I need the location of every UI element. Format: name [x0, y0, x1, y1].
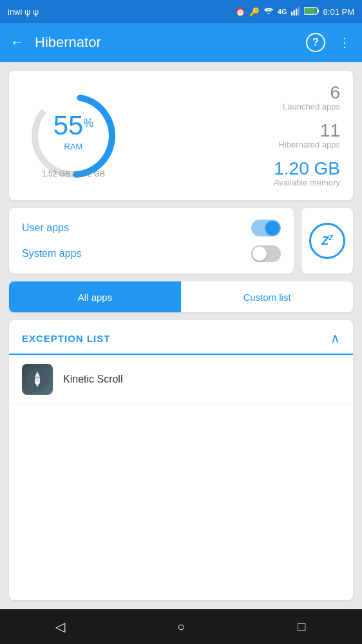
scroll-icon-svg: [26, 368, 49, 391]
exception-card: Exception list ∧ Kinetic Scroll: [9, 320, 353, 600]
ram-percent-value: 55: [53, 110, 84, 140]
sleep-circle-icon: ZZ: [309, 223, 345, 259]
back-button[interactable]: ←: [10, 34, 24, 51]
wifi-icon: [263, 6, 274, 17]
launched-apps-stat: 6 Launched apps: [283, 84, 340, 111]
top-bar-actions: ? ⋮: [306, 33, 352, 52]
launched-apps-value: 6: [283, 84, 340, 102]
alarm-icon: ⏰: [235, 7, 245, 17]
tab-bar: All apps Custom list: [9, 281, 353, 312]
system-apps-label: System apps: [22, 248, 81, 260]
stats-right: 6 Launched apps 11 Hibernated apps 1.20 …: [125, 84, 340, 187]
ram-usage: 1.52 GB / 2.72 GB: [42, 169, 105, 178]
available-memory-label: Available memory: [274, 178, 340, 187]
nav-home-button[interactable]: ○: [168, 614, 194, 639]
nav-recent-button[interactable]: □: [289, 614, 314, 639]
available-memory-value: 1.20 GB: [274, 160, 340, 178]
kinetic-scroll-app-name: Kinetic Scroll: [63, 374, 122, 385]
status-bar: inwi ψ ψ ⏰ 🔑 4G 8:01 PM: [0, 0, 362, 23]
signal-bars: [291, 6, 300, 17]
kinetic-scroll-icon-container: [22, 364, 53, 395]
launched-apps-label: Launched apps: [283, 102, 340, 111]
help-button[interactable]: ?: [306, 33, 325, 52]
hibernated-apps-stat: 11 Hibernated apps: [279, 122, 340, 149]
available-memory-stat: 1.20 GB Available memory: [274, 160, 340, 187]
more-options-button[interactable]: ⋮: [338, 35, 352, 50]
exception-chevron-icon[interactable]: ∧: [330, 330, 340, 346]
hibernated-apps-label: Hibernated apps: [279, 140, 340, 149]
tab-custom-list[interactable]: Custom list: [181, 281, 353, 312]
system-apps-toggle-row: System apps: [22, 245, 281, 262]
tab-custom-list-label: Custom list: [243, 292, 291, 303]
app-title: Hibernator: [35, 34, 306, 51]
toggles-card: User apps System apps: [9, 208, 294, 274]
exception-header: Exception list ∧: [9, 320, 353, 355]
top-app-bar: ← Hibernator ? ⋮: [0, 23, 362, 62]
svg-rect-6: [318, 9, 319, 12]
svg-rect-0: [291, 12, 292, 15]
exception-item-kinetic-scroll[interactable]: Kinetic Scroll: [9, 355, 353, 404]
tab-all-apps-label: All apps: [78, 292, 112, 303]
exception-list-title: Exception list: [22, 333, 110, 344]
time-text: 8:01 PM: [323, 7, 354, 17]
svg-rect-5: [304, 8, 315, 14]
ram-circle: 55% RAM 1.52 GB / 2.72 GB: [22, 84, 125, 187]
ram-percent-unit: %: [83, 117, 93, 129]
kinetic-scroll-app-icon: [22, 364, 53, 395]
svg-rect-1: [293, 10, 294, 15]
main-content: 55% RAM 1.52 GB / 2.72 GB 6 Launched app…: [0, 62, 362, 609]
ram-label: RAM: [53, 142, 94, 151]
tab-all-apps[interactable]: All apps: [9, 281, 181, 312]
status-bar-right: ⏰ 🔑 4G 8:01 PM: [235, 6, 354, 17]
ram-percent-display: 55% RAM: [53, 112, 94, 151]
sleep-zz-icon: ZZ: [321, 234, 333, 248]
battery-icon: [304, 6, 319, 17]
carrier-text: inwi ψ ψ: [8, 7, 39, 17]
stats-card: 55% RAM 1.52 GB / 2.72 GB 6 Launched app…: [9, 71, 353, 200]
toggle-row: User apps System apps ZZ: [9, 208, 353, 274]
user-apps-toggle-row: User apps: [22, 220, 281, 236]
svg-rect-3: [298, 7, 299, 15]
hibernated-apps-value: 11: [279, 122, 340, 140]
sleep-button[interactable]: ZZ: [301, 208, 353, 274]
nav-back-button[interactable]: ◁: [48, 614, 73, 639]
bottom-nav: ◁ ○ □: [0, 609, 362, 644]
user-apps-label: User apps: [22, 222, 69, 234]
signal-4g: 4G: [278, 8, 287, 15]
system-apps-toggle[interactable]: [251, 245, 281, 262]
user-apps-toggle[interactable]: [251, 220, 281, 236]
key-icon: 🔑: [249, 7, 260, 17]
svg-rect-2: [296, 8, 297, 15]
